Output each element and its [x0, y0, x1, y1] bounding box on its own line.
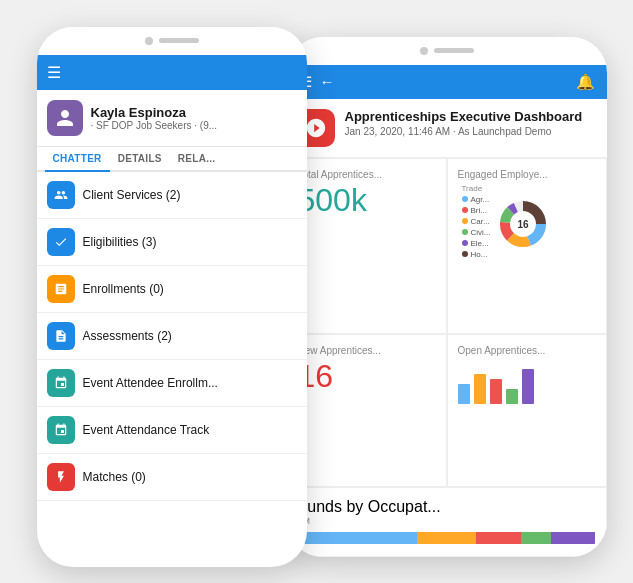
- svg-rect-9: [474, 374, 486, 404]
- donut-chart: 16: [497, 198, 549, 250]
- back-icon[interactable]: ←: [320, 73, 335, 90]
- funds-bar-seg-1: [298, 532, 417, 544]
- list-item-matches[interactable]: Matches (0): [37, 454, 307, 501]
- legend-label-ho: Ho...: [471, 250, 488, 259]
- open-apprentices-chart-placeholder: [458, 364, 596, 406]
- list-icon-eligibilities: [47, 228, 75, 256]
- profile-section: Kayla Espinoza · SF DOP Job Seekers · (9…: [37, 90, 307, 147]
- tab-related[interactable]: RELA...: [170, 147, 224, 170]
- list-icon-matches: [47, 463, 75, 491]
- profile-subtitle: · SF DOP Job Seekers · (9...: [91, 120, 218, 131]
- funds-bar-seg-4: [521, 532, 551, 544]
- open-apprentices-label: Open Apprentices...: [458, 345, 596, 356]
- front-camera-dot: [145, 37, 153, 45]
- legend-dot-ho: [462, 251, 468, 257]
- front-speaker-bar: [159, 38, 199, 43]
- speaker-bar: [434, 48, 474, 53]
- camera-dot: [420, 47, 428, 55]
- profile-info: Kayla Espinoza · SF DOP Job Seekers · (9…: [91, 105, 218, 131]
- dashboard-subtitle: Jan 23, 2020, 11:46 AM · As Launchpad De…: [345, 126, 583, 137]
- total-apprentices-label: Total Apprentices...: [298, 169, 436, 180]
- legend-dot-civi: [462, 229, 468, 235]
- dashboard-title-section: Apprenticeships Executive Dashboard Jan …: [287, 99, 607, 158]
- legend-dot-agr: [462, 196, 468, 202]
- dashboard-title: Apprenticeships Executive Dashboard: [345, 109, 583, 125]
- list-label-event-attendee-enrollm: Event Attendee Enrollm...: [83, 376, 218, 390]
- dashboard-title-text: Apprenticeships Executive Dashboard Jan …: [345, 109, 583, 138]
- chart-legend: Trade Agr... Bri... Car...: [458, 184, 491, 261]
- legend-civi: Civi...: [462, 228, 491, 237]
- legend-dot-bri: [462, 207, 468, 213]
- legend-agr: Agr...: [462, 195, 491, 204]
- funds-bar: [298, 532, 596, 544]
- list-item-eligibilities[interactable]: Eligibilities (3): [37, 219, 307, 266]
- svg-rect-8: [458, 384, 470, 404]
- tab-chatter[interactable]: CHATTER: [45, 147, 110, 172]
- legend-label-bri: Bri...: [471, 206, 487, 215]
- legend-title: Trade: [462, 184, 491, 193]
- total-apprentices-card: Total Apprentices... 500k: [287, 158, 447, 335]
- new-apprentices-label: New Apprentices...: [298, 345, 436, 356]
- engaged-employers-label: Engaged Employe...: [458, 169, 596, 180]
- new-apprentices-value: 16: [298, 360, 436, 392]
- phone-back: ☰ ← 🔔 Apprenticeships Executive Dashboar…: [287, 37, 607, 557]
- tab-details[interactable]: DETAILS: [110, 147, 170, 170]
- list-section: Client Services (2) Eligibilities (3) En…: [37, 172, 307, 501]
- legend-label-agr: Agr...: [471, 195, 490, 204]
- funds-bar-seg-5: [551, 532, 596, 544]
- hamburger-icon[interactable]: ☰: [47, 63, 61, 82]
- legend-ele: Ele...: [462, 239, 491, 248]
- funds-bar-seg-3: [476, 532, 521, 544]
- legend-label-car: Car...: [471, 217, 490, 226]
- engaged-employers-card: Engaged Employe... Trade Agr... Bri...: [447, 158, 607, 335]
- list-label-assessments: Assessments (2): [83, 329, 172, 343]
- list-label-eligibilities: Eligibilities (3): [83, 235, 157, 249]
- svg-rect-10: [490, 379, 502, 404]
- list-item-assessments[interactable]: Assessments (2): [37, 313, 307, 360]
- funds-value-label: 8M: [298, 516, 596, 526]
- dashboard-grid: Total Apprentices... 500k Engaged Employ…: [287, 158, 607, 487]
- phone-front-top: [37, 27, 307, 55]
- list-label-enrollments: Enrollments (0): [83, 282, 164, 296]
- profile-name: Kayla Espinoza: [91, 105, 218, 120]
- scene: ☰ ← 🔔 Apprenticeships Executive Dashboar…: [17, 7, 617, 577]
- list-icon-event-attendance-track: [47, 416, 75, 444]
- total-apprentices-value: 500k: [298, 184, 436, 216]
- list-icon-client-services: [47, 181, 75, 209]
- svg-rect-12: [522, 369, 534, 404]
- tabs-row: CHATTER DETAILS RELA...: [37, 147, 307, 172]
- phone-front: ☰ Kayla Espinoza · SF DOP Job Seekers · …: [37, 27, 307, 567]
- legend-label-ele: Ele...: [471, 239, 489, 248]
- list-item-client-services[interactable]: Client Services (2): [37, 172, 307, 219]
- legend-ho: Ho...: [462, 250, 491, 259]
- legend-car: Car...: [462, 217, 491, 226]
- funds-card: Funds by Occupat... 8M: [287, 487, 607, 557]
- new-apprentices-card: New Apprentices... 16: [287, 334, 447, 487]
- legend-dot-car: [462, 218, 468, 224]
- list-item-event-attendee-enrollm[interactable]: Event Attendee Enrollm...: [37, 360, 307, 407]
- front-header: ☰: [37, 55, 307, 90]
- svg-rect-11: [506, 389, 518, 404]
- svg-text:16: 16: [517, 219, 529, 230]
- list-icon-assessments: [47, 322, 75, 350]
- list-label-matches: Matches (0): [83, 470, 146, 484]
- list-item-enrollments[interactable]: Enrollments (0): [37, 266, 307, 313]
- funds-bar-seg-2: [417, 532, 477, 544]
- legend-label-civi: Civi...: [471, 228, 491, 237]
- list-icon-event-attendee-enrollm: [47, 369, 75, 397]
- funds-label: Funds by Occupat...: [298, 498, 596, 516]
- phone-back-top: [287, 37, 607, 65]
- legend-dot-ele: [462, 240, 468, 246]
- list-label-event-attendance-track: Event Attendance Track: [83, 423, 210, 437]
- profile-avatar: [47, 100, 83, 136]
- back-header: ☰ ← 🔔: [287, 65, 607, 99]
- legend-bri: Bri...: [462, 206, 491, 215]
- list-item-event-attendance-track[interactable]: Event Attendance Track: [37, 407, 307, 454]
- list-label-client-services: Client Services (2): [83, 188, 181, 202]
- open-apprentices-card: Open Apprentices...: [447, 334, 607, 487]
- list-icon-enrollments: [47, 275, 75, 303]
- bell-icon[interactable]: 🔔: [576, 73, 595, 91]
